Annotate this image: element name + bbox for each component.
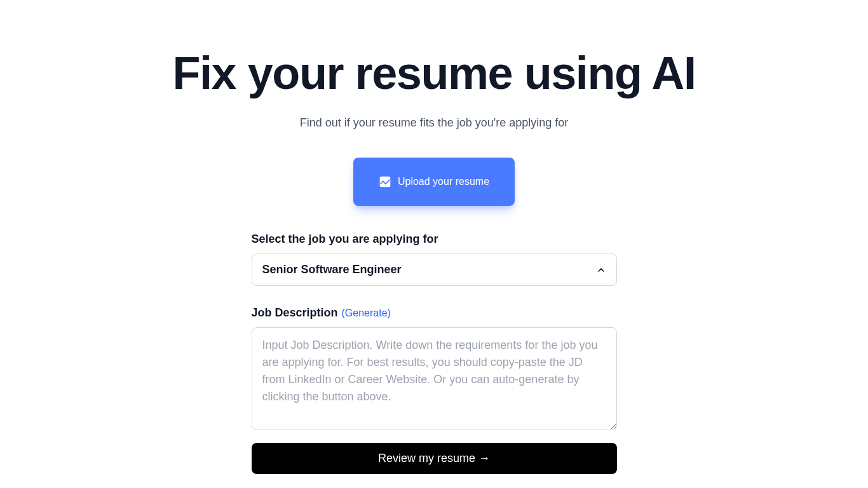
job-select-label: Select the job you are applying for [252, 233, 617, 246]
page-subtitle: Find out if your resume fits the job you… [300, 116, 569, 130]
job-select-value: Senior Software Engineer [262, 263, 402, 276]
job-select[interactable]: Senior Software Engineer [252, 254, 617, 286]
page-title: Fix your resume using AI [173, 48, 696, 98]
review-resume-button[interactable]: Review my resume → [252, 443, 617, 474]
job-description-input[interactable] [252, 327, 617, 430]
upload-resume-button[interactable]: Upload your resume [353, 158, 515, 206]
upload-button-label: Upload your resume [398, 176, 489, 187]
image-icon [379, 175, 391, 188]
chevron-up-icon [596, 265, 606, 275]
job-description-label: Job Description [252, 306, 338, 320]
generate-link[interactable]: (Generate) [342, 308, 391, 319]
